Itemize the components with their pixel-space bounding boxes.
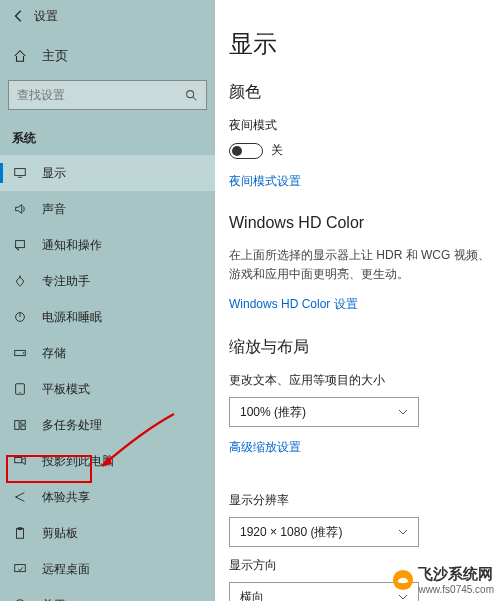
- sidebar-item-about[interactable]: 关于: [0, 587, 215, 601]
- sidebar-item-share[interactable]: 体验共享: [0, 479, 215, 515]
- remote-icon: [12, 562, 28, 576]
- focus-icon: [12, 274, 28, 288]
- svg-rect-2: [15, 169, 26, 176]
- sound-icon: [12, 202, 28, 216]
- display-icon: [12, 166, 28, 180]
- svg-rect-14: [15, 458, 22, 463]
- section-color: 颜色: [229, 82, 500, 103]
- scale-value: 100% (推荐): [240, 404, 306, 421]
- sidebar-item-sound[interactable]: 声音: [0, 191, 215, 227]
- sidebar-item-clipboard[interactable]: 剪贴板: [0, 515, 215, 551]
- orientation-dropdown[interactable]: 横向: [229, 582, 419, 601]
- sidebar-item-label: 关于: [42, 597, 66, 602]
- share-icon: [12, 490, 28, 504]
- project-icon: [12, 454, 28, 468]
- section-system: 系统: [0, 116, 215, 155]
- sidebar-item-label: 声音: [42, 201, 66, 218]
- watermark-url: www.fs0745.com: [418, 584, 494, 595]
- chevron-down-icon: [398, 527, 408, 537]
- svg-rect-4: [16, 241, 25, 248]
- sidebar-item-label: 存储: [42, 345, 66, 362]
- advanced-scale-link[interactable]: 高级缩放设置: [229, 439, 301, 456]
- svg-rect-12: [21, 421, 25, 425]
- search-icon: [184, 88, 198, 102]
- sidebar-item-label: 多任务处理: [42, 417, 102, 434]
- sidebar-item-label: 显示: [42, 165, 66, 182]
- search-input[interactable]: [17, 88, 184, 102]
- home-button[interactable]: 主页: [0, 38, 215, 74]
- svg-line-1: [193, 97, 197, 101]
- svg-point-10: [19, 392, 20, 393]
- sidebar-item-project[interactable]: 投影到此电脑: [0, 443, 215, 479]
- window-title: 设置: [34, 8, 58, 25]
- tablet-icon: [12, 382, 28, 396]
- sidebar-item-remote[interactable]: 远程桌面: [0, 551, 215, 587]
- chevron-down-icon: [398, 407, 408, 417]
- notification-icon: [12, 238, 28, 252]
- svg-point-8: [23, 352, 24, 353]
- sidebar-item-storage[interactable]: 存储: [0, 335, 215, 371]
- multitask-icon: [12, 418, 28, 432]
- scale-label: 更改文本、应用等项目的大小: [229, 372, 500, 389]
- home-label: 主页: [42, 47, 68, 65]
- night-mode-settings-link[interactable]: 夜间模式设置: [229, 173, 301, 190]
- svg-point-0: [187, 91, 194, 98]
- clipboard-icon: [12, 526, 28, 540]
- power-icon: [12, 310, 28, 324]
- sidebar-item-focus[interactable]: 专注助手: [0, 263, 215, 299]
- back-icon[interactable]: [12, 9, 26, 23]
- hdcolor-description: 在上面所选择的显示器上让 HDR 和 WCG 视频、游戏和应用中面更明亮、更生动…: [229, 246, 500, 284]
- page-title: 显示: [229, 28, 500, 60]
- svg-rect-13: [21, 426, 25, 430]
- section-scale: 缩放与布局: [229, 337, 500, 358]
- orientation-value: 横向: [240, 589, 264, 601]
- sidebar-item-label: 远程桌面: [42, 561, 90, 578]
- hdcolor-settings-link[interactable]: Windows HD Color 设置: [229, 296, 358, 313]
- sidebar-item-power[interactable]: 电源和睡眠: [0, 299, 215, 335]
- scale-dropdown[interactable]: 100% (推荐): [229, 397, 419, 427]
- watermark-logo-icon: [392, 569, 414, 591]
- section-hdcolor: Windows HD Color: [229, 214, 500, 232]
- sidebar-item-label: 专注助手: [42, 273, 90, 290]
- watermark-brand: 飞沙系统网: [418, 565, 494, 584]
- window-title-bar: 设置: [0, 4, 215, 28]
- sidebar-item-label: 电源和睡眠: [42, 309, 102, 326]
- resolution-dropdown[interactable]: 1920 × 1080 (推荐): [229, 517, 419, 547]
- resolution-value: 1920 × 1080 (推荐): [240, 524, 342, 541]
- sidebar-item-display[interactable]: 显示: [0, 155, 215, 191]
- svg-rect-15: [17, 529, 24, 539]
- sidebar-item-label: 体验共享: [42, 489, 90, 506]
- sidebar-item-multitask[interactable]: 多任务处理: [0, 407, 215, 443]
- storage-icon: [12, 346, 28, 360]
- svg-rect-11: [15, 421, 19, 430]
- resolution-label: 显示分辨率: [229, 492, 500, 509]
- sidebar-item-notifications[interactable]: 通知和操作: [0, 227, 215, 263]
- sidebar-item-label: 平板模式: [42, 381, 90, 398]
- sidebar-item-tablet[interactable]: 平板模式: [0, 371, 215, 407]
- night-mode-label: 夜间模式: [229, 117, 500, 134]
- sidebar-item-label: 投影到此电脑: [42, 453, 114, 470]
- watermark: 飞沙系统网 www.fs0745.com: [392, 565, 494, 595]
- sidebar-item-label: 通知和操作: [42, 237, 102, 254]
- home-icon: [12, 49, 28, 63]
- search-box[interactable]: [8, 80, 207, 110]
- night-mode-toggle[interactable]: [229, 143, 263, 159]
- night-mode-state: 关: [271, 142, 283, 159]
- sidebar-item-label: 剪贴板: [42, 525, 78, 542]
